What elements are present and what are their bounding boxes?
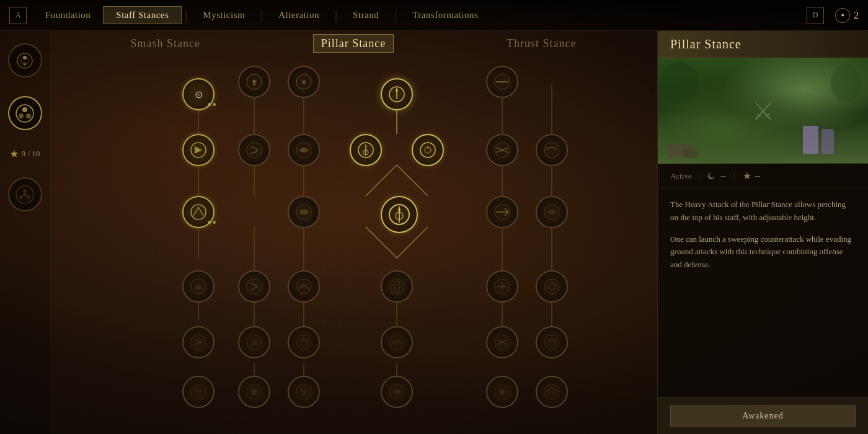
skill-node-s5[interactable] [182,326,215,358]
svg-point-58 [425,147,431,153]
svg-point-98 [544,384,559,399]
nav-right: D ✦ 2 [807,7,859,24]
svg-point-82 [548,283,556,290]
svg-point-6 [19,113,24,118]
svg-point-91 [544,335,559,350]
moon-icon [708,172,717,180]
skill-node-pillar-r5[interactable] [381,326,413,358]
awakened-button[interactable]: Awakened [670,405,856,427]
tab-staff-stances[interactable]: Staff Stances [103,6,182,24]
skill-node-pillar-top[interactable] [381,78,413,110]
detail-desc-1: The Heavy Attack of the Pillar Stance al… [670,198,856,224]
detail-title: Pillar Stance [670,37,856,51]
main-content: 9 / 10 Smash Stance Pillar Stance Thrust… [0,31,868,434]
skill-node-pillar-r2-r[interactable] [412,134,444,166]
svg-point-10 [19,195,23,199]
skill-node-th-r3-2[interactable] [536,196,568,228]
nav-bar: A Foundation Staff Stances | Mysticism |… [0,0,868,31]
stat-sep-2: | [733,171,735,181]
svg-text:🗡: 🗡 [250,78,258,87]
tab-transformations[interactable]: Transformations [400,7,490,24]
svg-point-5 [22,107,27,112]
detail-stats: Active | -- | -- [658,164,868,189]
thrust-stance-header: Thrust Stance [507,37,576,50]
skill-node-s6[interactable] [182,376,215,408]
star-icon [743,172,751,180]
nav-sep-1: | [182,8,190,22]
detail-desc-2: One can launch a sweeping counterattack … [670,233,856,272]
svg-point-3 [23,62,27,66]
stance-headers: Smash Stance Pillar Stance Thrust Stance [62,37,645,50]
skill-node-sm-r1-1[interactable]: 🗡 [238,66,270,98]
skill-node-pillar-r6[interactable] [381,376,413,408]
skill-node-s4[interactable] [182,270,215,303]
skill-node-pillar-r2-l[interactable] [350,134,382,166]
svg-text:✕: ✕ [252,339,257,347]
svg-line-29 [397,165,428,196]
foliage-2 [831,64,862,102]
pillar-stance-header[interactable]: Pillar Stance [313,34,394,53]
svg-point-12 [23,193,27,197]
stat-item-1: -- [708,171,726,181]
svg-point-9 [23,189,27,193]
skill-tree: Smash Stance Pillar Stance Thrust Stance [50,31,657,434]
skill-node-pillar-r4[interactable] [381,270,413,303]
detail-title-bar: Pillar Stance [658,31,868,58]
nav-left-key: A [9,7,27,24]
skill-node-th-r4-1[interactable] [486,270,518,303]
skill-node-sm-r5-1[interactable]: ✕ [238,326,270,358]
skill-node-th-r2-1[interactable] [486,134,518,166]
figure-1 [803,126,818,154]
svg-point-57 [420,143,435,157]
sidebar: 9 / 10 [0,31,50,434]
svg-point-0 [17,53,32,68]
nav-points: ✦ 2 [835,8,859,23]
skill-node-sm-r2-2[interactable] [288,134,320,166]
skill-node-th-r6-1[interactable] [486,376,518,408]
svg-point-76 [296,279,311,294]
detail-description: The Heavy Attack of the Pillar Stance al… [658,189,868,397]
skill-node-sm-r3[interactable] [288,196,320,228]
svg-point-92 [191,384,206,399]
skill-points: 9 / 10 [10,149,40,159]
tab-alteration[interactable]: Alteration [266,7,332,24]
skill-node-sm-r6-1[interactable] [238,376,270,408]
detail-image [658,58,868,164]
svg-point-87 [389,335,404,350]
skill-node-sm-r1-2[interactable]: ✕ [288,66,320,98]
skill-node-sm-r2-1[interactable] [238,134,270,166]
svg-point-68 [398,208,401,211]
skill-node-sm-r6-2[interactable] [288,376,320,408]
skill-node-th-r6-2[interactable] [536,376,568,408]
svg-point-48 [396,89,398,92]
nav-sep-4: | [391,8,400,22]
smash-stance-header: Smash Stance [130,37,200,50]
sidebar-icon-middle[interactable] [8,96,42,130]
sidebar-icon-top [8,43,42,78]
status-label: Active [670,171,692,181]
skill-node-th-r4-2[interactable] [536,270,568,303]
skill-node-th-r1[interactable] [486,66,518,98]
skill-icon-nav: ✦ [835,8,850,23]
tab-mysticism[interactable]: Mysticism [190,7,257,24]
tab-strand[interactable]: Strand [340,7,391,24]
skill-node-sm-r4-2[interactable] [288,270,320,303]
skill-node-s2[interactable] [182,134,215,166]
svg-point-86 [296,335,311,350]
svg-point-2 [23,56,27,60]
skill-node-th-r5-1[interactable] [486,326,518,358]
tab-foundation[interactable]: Foundation [33,7,103,24]
skill-node-pillar-r3[interactable] [381,196,418,233]
skill-node-sm-r4-1[interactable] [238,270,270,303]
svg-point-83 [191,335,206,350]
skill-node-th-r3-1[interactable] [486,196,518,228]
skill-node-th-r2-2[interactable] [536,134,568,166]
detail-footer: Awakened [658,397,868,434]
detail-panel: Pillar Stance Active | -- | [657,31,868,434]
rock-2 [683,149,698,158]
foliage-1 [661,61,698,105]
skill-node-sm-r5-2[interactable] [288,326,320,358]
skill-node-th-r5-2[interactable] [536,326,568,358]
sidebar-icon-bottom [8,177,42,211]
svg-point-52 [247,143,262,157]
